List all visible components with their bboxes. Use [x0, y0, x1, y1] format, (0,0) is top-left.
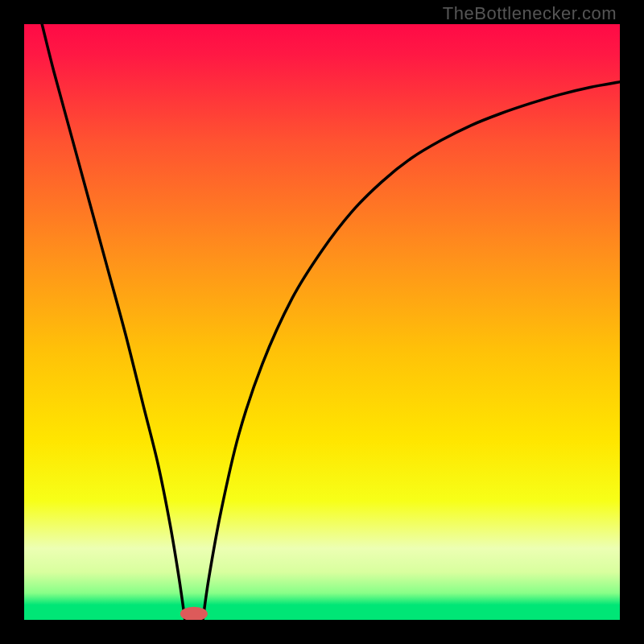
gradient-background [24, 24, 620, 620]
watermark-text: TheBottlenecker.com [443, 3, 617, 24]
bottleneck-chart [24, 24, 620, 620]
chart-frame [24, 24, 620, 620]
